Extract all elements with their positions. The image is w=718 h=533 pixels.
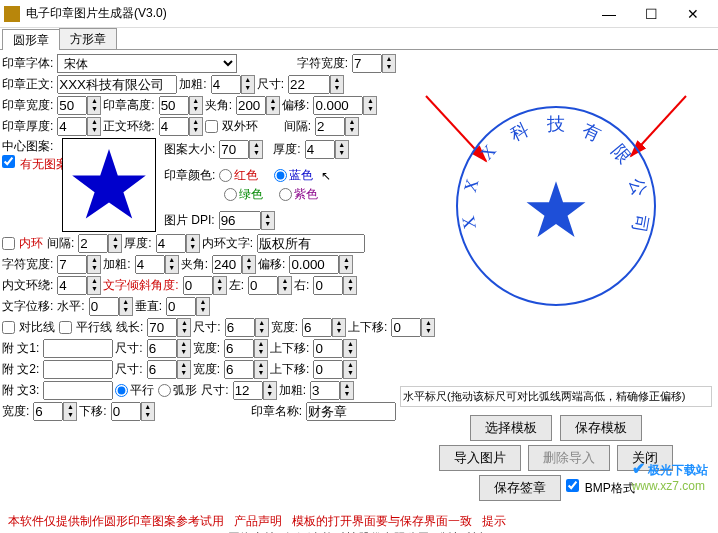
stamp-w-input[interactable] xyxy=(57,96,87,115)
inner-gap-input[interactable] xyxy=(78,234,108,253)
minimize-button[interactable]: — xyxy=(588,1,630,27)
size-input[interactable] xyxy=(288,75,330,94)
star-icon xyxy=(69,145,149,225)
around-input[interactable] xyxy=(159,117,189,136)
svg-marker-3 xyxy=(527,181,586,237)
font-select[interactable]: 宋体 xyxy=(57,54,237,73)
seal-preview: XXX科技有限公司 xyxy=(416,66,696,346)
linelen-label: 线长: xyxy=(116,319,143,336)
select-template-button[interactable]: 选择模板 xyxy=(470,415,552,441)
bmp-checkbox[interactable] xyxy=(566,479,579,492)
title-bar: 电子印章图片生成器(V3.0) — ☐ ✕ xyxy=(0,0,718,28)
double-ring-checkbox[interactable] xyxy=(205,120,218,133)
c-size-label: 尺寸: xyxy=(193,319,220,336)
bold-input[interactable] xyxy=(211,75,241,94)
textpos-label: 文字位移: xyxy=(2,298,53,315)
a2-size-input[interactable] xyxy=(147,360,177,379)
tab-square[interactable]: 方形章 xyxy=(59,28,117,49)
color-green-label: 绿色 xyxy=(239,186,263,203)
inner-thick-input[interactable] xyxy=(156,234,186,253)
double-ring-label: 双外环 xyxy=(222,118,258,135)
text-input[interactable] xyxy=(57,75,177,94)
a1-size-input[interactable] xyxy=(147,339,177,358)
text-label: 印章正文: xyxy=(2,76,53,93)
dpi-input[interactable] xyxy=(219,211,261,230)
thick-label: 印章厚度: xyxy=(2,118,53,135)
a1-width-input[interactable] xyxy=(224,339,254,358)
a2-ud-input[interactable] xyxy=(313,360,343,379)
bold2-input[interactable] xyxy=(135,255,165,274)
down-label: 下移: xyxy=(79,403,106,420)
inner-gap-label: 间隔: xyxy=(47,235,74,252)
footer: 本软件仅提供制作圆形印章图案参考试用 产品声明 模板的打开界面要与保存界面一致 … xyxy=(0,509,718,533)
offset2-input[interactable] xyxy=(289,255,339,274)
tilt-left-input[interactable] xyxy=(248,276,278,295)
offset-input[interactable] xyxy=(313,96,363,115)
char-width-spinner[interactable]: ▲▼ xyxy=(382,54,396,73)
parallel-checkbox[interactable] xyxy=(59,321,72,334)
a3-parallel-label: 平行 xyxy=(130,382,154,399)
a3-bold-input[interactable] xyxy=(310,381,340,400)
color-purple-radio[interactable] xyxy=(279,188,292,201)
color-red-radio[interactable] xyxy=(219,169,232,182)
size-label: 尺寸: xyxy=(257,76,284,93)
stamp-h-input[interactable] xyxy=(159,96,189,115)
a1-size-label: 尺寸: xyxy=(115,340,142,357)
delete-import-button[interactable]: 删除导入 xyxy=(528,445,610,471)
attach3-label: 附 文3: xyxy=(2,382,39,399)
angle2-input[interactable] xyxy=(212,255,242,274)
center-thick-input[interactable] xyxy=(305,140,335,159)
a2-width-input[interactable] xyxy=(224,360,254,379)
textpos-v-input[interactable] xyxy=(166,297,196,316)
angle2-label: 夹角: xyxy=(181,256,208,273)
save-template-button[interactable]: 保存模板 xyxy=(560,415,642,441)
color-label: 印章颜色: xyxy=(164,167,215,184)
a3-parallel-radio[interactable] xyxy=(115,384,128,397)
pattern-size-input[interactable] xyxy=(219,140,249,159)
inner-thick-label: 厚度: xyxy=(124,235,151,252)
parallel-label: 平行线 xyxy=(76,319,112,336)
inner-around-input[interactable] xyxy=(57,276,87,295)
around-label: 正文环绕: xyxy=(103,118,154,135)
charw2-input[interactable] xyxy=(57,255,87,274)
a3-size-input[interactable] xyxy=(233,381,263,400)
tilt-right-input[interactable] xyxy=(313,276,343,295)
inner-text-input[interactable] xyxy=(257,234,365,253)
tab-round[interactable]: 圆形章 xyxy=(2,29,60,50)
attach1-input[interactable] xyxy=(43,339,113,358)
down-input[interactable] xyxy=(111,402,141,421)
stamp-w-label: 印章宽度: xyxy=(2,97,53,114)
c-size-input[interactable] xyxy=(225,318,255,337)
a3-bold-label: 加粗: xyxy=(279,382,306,399)
save-sign-button[interactable]: 保存签章 xyxy=(479,475,561,501)
color-blue-radio[interactable] xyxy=(274,169,287,182)
inner-ring-checkbox[interactable] xyxy=(2,237,15,250)
footer-product-stmt: 产品声明 xyxy=(234,514,282,528)
window-title: 电子印章图片生成器(V3.0) xyxy=(26,5,588,22)
site-brand: ✔ 极光下载站 www.xz7.com xyxy=(632,459,708,493)
color-green-radio[interactable] xyxy=(224,188,237,201)
thick-input[interactable] xyxy=(57,117,87,136)
textpos-h-input[interactable] xyxy=(89,297,119,316)
svg-line-2 xyxy=(631,96,686,156)
linelen-input[interactable] xyxy=(147,318,177,337)
angle-input[interactable] xyxy=(236,96,266,115)
close-window-button[interactable]: ✕ xyxy=(672,1,714,27)
tilt-input[interactable] xyxy=(183,276,213,295)
wide-input[interactable] xyxy=(33,402,63,421)
c-width-input[interactable] xyxy=(302,318,332,337)
attach2-input[interactable] xyxy=(43,360,113,379)
import-image-button[interactable]: 导入图片 xyxy=(439,445,521,471)
attach3-input[interactable] xyxy=(43,381,113,400)
stamp-name-input[interactable] xyxy=(306,402,396,421)
char-width-input[interactable] xyxy=(352,54,382,73)
star-preview xyxy=(62,138,156,232)
contrast-checkbox[interactable] xyxy=(2,321,15,334)
a1-ud-input[interactable] xyxy=(313,339,343,358)
inner-ring-label: 内环 xyxy=(19,235,43,252)
has-pattern-checkbox[interactable] xyxy=(2,155,15,168)
maximize-button[interactable]: ☐ xyxy=(630,1,672,27)
contrast-label: 对比线 xyxy=(19,319,55,336)
a3-arc-radio[interactable] xyxy=(158,384,171,397)
gap-input[interactable] xyxy=(315,117,345,136)
